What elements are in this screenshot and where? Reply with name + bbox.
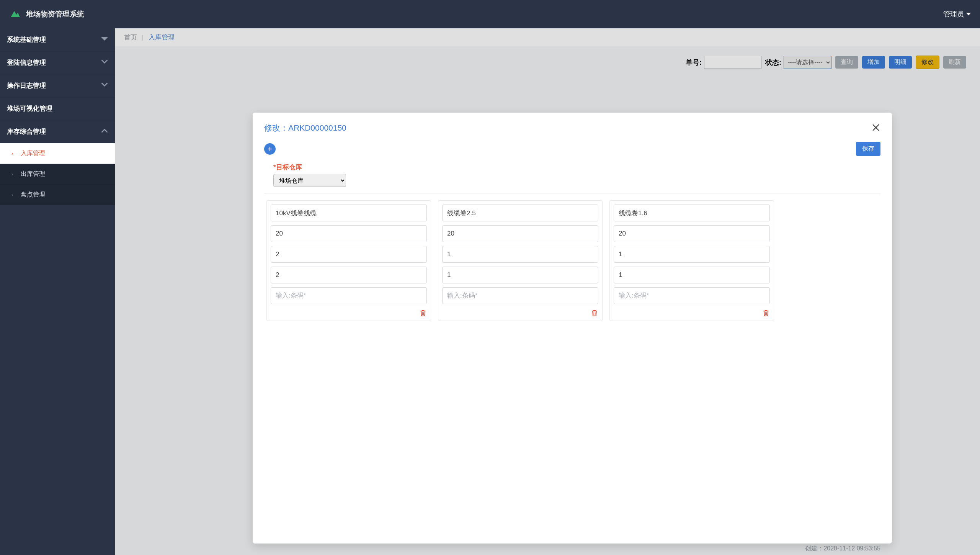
sidebar-item-label: 入库管理	[21, 149, 45, 157]
chevron-down-icon	[101, 35, 108, 44]
save-button[interactable]: 保存	[856, 142, 880, 156]
close-icon	[871, 123, 880, 132]
top-navbar: 堆场物资管理系统 管理员	[0, 0, 980, 28]
sidebar: 系统基础管理 登陆信息管理 操作日志管理 堆场可视化管理 库存综合管理 ›	[0, 28, 115, 555]
item-qty-input[interactable]	[271, 225, 427, 242]
item-field-a-input[interactable]	[614, 246, 770, 263]
delete-item-button[interactable]	[591, 309, 598, 318]
chevron-right-icon: ›	[11, 151, 13, 156]
app-logo: 堆场物资管理系统	[9, 8, 84, 20]
sidebar-item-inbound[interactable]: › 入库管理	[0, 143, 115, 164]
item-field-b-input[interactable]	[442, 267, 598, 283]
item-field-a-input[interactable]	[442, 246, 598, 263]
sidebar-item-label: 盘点管理	[21, 191, 45, 199]
trash-icon	[762, 309, 770, 317]
user-name: 管理员	[943, 10, 964, 19]
modal-header: 修改：ARKD00000150	[264, 123, 880, 133]
edit-modal: 修改：ARKD00000150 保存 *目标仓库 堆场仓库	[253, 113, 892, 544]
sidebar-item-outbound[interactable]: › 出库管理	[0, 164, 115, 185]
menu-group-label: 系统基础管理	[7, 35, 46, 44]
submenu-inventory: › 入库管理 › 出库管理 › 盘点管理	[0, 143, 115, 205]
chevron-right-icon: ›	[11, 171, 13, 177]
item-card	[438, 200, 603, 321]
item-barcode-input[interactable]	[614, 287, 770, 304]
item-barcode-input[interactable]	[442, 287, 598, 304]
content-area: 首页 | 入库管理 单号: 状态: ----请选择---- 查询 增加 明细	[115, 28, 980, 555]
menu-group-label: 操作日志管理	[7, 81, 46, 90]
item-qty-input[interactable]	[442, 225, 598, 242]
chevron-right-icon: ›	[11, 192, 13, 198]
menu-group-login[interactable]: 登陆信息管理	[0, 51, 115, 74]
sidebar-item-label: 出库管理	[21, 170, 45, 178]
menu-group-system[interactable]: 系统基础管理	[0, 28, 115, 51]
chevron-down-icon	[101, 81, 108, 90]
modal-title: 修改：ARKD00000150	[264, 123, 346, 133]
item-name-input[interactable]	[442, 205, 598, 221]
item-field-a-input[interactable]	[271, 246, 427, 263]
close-button[interactable]	[871, 123, 880, 133]
item-cards	[264, 193, 880, 328]
item-field-b-input[interactable]	[614, 267, 770, 283]
chevron-up-icon	[101, 127, 108, 136]
logo-icon	[9, 8, 21, 20]
target-warehouse-select[interactable]: 堆场仓库	[273, 174, 346, 187]
created-timestamp: 创建：2020-11-12 09:53:55	[805, 545, 880, 553]
menu-group-inventory[interactable]: 库存综合管理	[0, 120, 115, 143]
item-card	[266, 200, 431, 321]
modal-title-prefix: 修改：	[264, 123, 288, 132]
delete-item-button[interactable]	[762, 309, 770, 318]
menu-group-oplog[interactable]: 操作日志管理	[0, 74, 115, 97]
target-warehouse-label: *目标仓库	[273, 163, 880, 172]
modal-subbar: 保存	[264, 142, 880, 156]
trash-icon	[419, 309, 427, 317]
menu-group-label: 登陆信息管理	[7, 58, 46, 67]
delete-item-button[interactable]	[419, 309, 427, 318]
menu-group-label: 库存综合管理	[7, 127, 46, 136]
chevron-down-icon	[101, 58, 108, 67]
item-field-b-input[interactable]	[271, 267, 427, 283]
menu-group-label: 堆场可视化管理	[7, 104, 52, 113]
item-name-input[interactable]	[614, 205, 770, 221]
item-name-input[interactable]	[271, 205, 427, 221]
caret-down-icon	[966, 10, 971, 18]
menu-group-yardvis[interactable]: 堆场可视化管理	[0, 97, 115, 120]
plus-icon	[266, 146, 273, 152]
user-menu[interactable]: 管理员	[943, 10, 971, 19]
modal-order-id: ARKD00000150	[288, 123, 346, 132]
item-card	[609, 200, 774, 321]
trash-icon	[591, 309, 598, 317]
add-row-button[interactable]	[264, 143, 276, 155]
item-barcode-input[interactable]	[271, 287, 427, 304]
app-title: 堆场物资管理系统	[26, 9, 84, 19]
sidebar-item-stocktake[interactable]: › 盘点管理	[0, 185, 115, 205]
item-qty-input[interactable]	[614, 225, 770, 242]
